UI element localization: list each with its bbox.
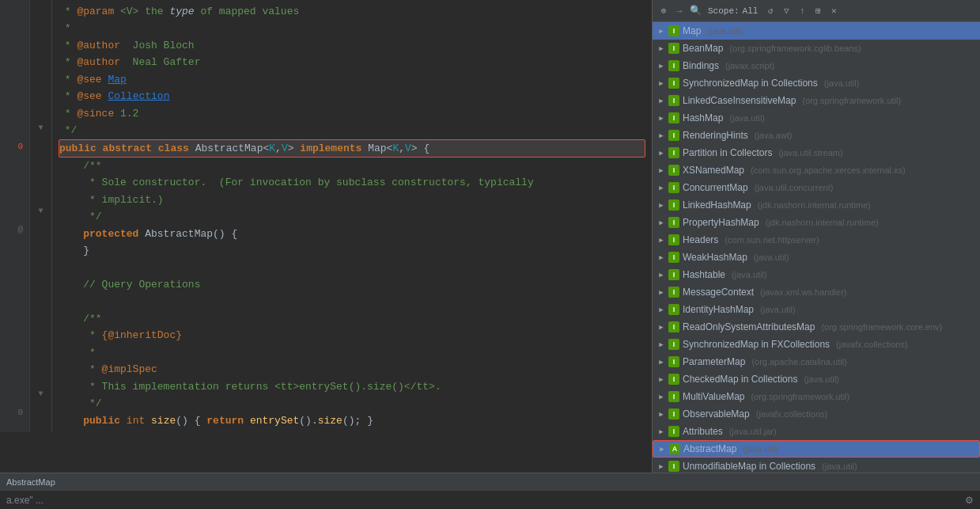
line-numbers: 0 @ 0 [0,0,30,432]
expand-arrow[interactable]: ▶ [657,271,665,279]
expand-arrow[interactable]: ▶ [657,44,665,52]
item-name: Headers [683,234,718,245]
toolbar-btn-2[interactable]: → [673,5,686,17]
list-item-renderinghints[interactable]: ▶ I RenderingHints (java.awt) [653,127,980,144]
list-item-abstractmap[interactable]: ▶ A AbstractMap (java.util) [653,440,980,458]
toolbar-icon[interactable]: 🔍 [689,5,702,17]
expand-arrow[interactable]: ▶ [657,427,665,435]
class-icon: I [668,408,679,420]
class-icon: I [668,234,679,245]
list-item-headers[interactable]: ▶ I Headers (com.sun.net.httpserver) [653,231,980,249]
class-icon: I [668,165,679,176]
list-item-partition[interactable]: ▶ I Partition in Collectors (java.util.s… [653,144,980,161]
item-package: (javafx.collections) [756,409,827,419]
code-line [59,293,645,310]
code-line: */ [59,122,645,139]
code-line: /** [59,310,645,327]
item-package: (org.springframework.util) [802,96,901,105]
item-name: LinkedHashMap [683,199,751,211]
item-package: (java.util) [804,374,839,384]
class-icon: I [668,356,679,367]
expand-arrow[interactable]: ▶ [657,253,665,261]
list-item-map[interactable]: ▶ I Map (java.util) [653,22,980,40]
expand-arrow[interactable]: ▶ [657,393,665,401]
list-item-unmodifiable[interactable]: ▶ I UnmodifiableMap in Collections (java… [653,458,980,473]
list-item-checkedmap[interactable]: ▶ I CheckedMap in Collections (java.util… [653,370,980,388]
list-item-observablemap[interactable]: ▶ I ObservableMap (javafx.collections) [653,405,980,423]
type-hierarchy-list[interactable]: ▶ I Map (java.util) ▶ I BeanMap (org.spr… [653,22,980,473]
expand-arrow[interactable]: ▶ [657,410,665,418]
class-icon: I [668,199,679,211]
toolbar-expand[interactable]: ⊞ [812,5,824,17]
expand-arrow[interactable]: ▶ [657,288,665,296]
list-item-xsnamedmap[interactable]: ▶ I XSNamedMap (com.sun.org.apache.xerce… [653,161,980,179]
expand-arrow[interactable]: ▶ [657,358,665,366]
expand-arrow[interactable]: ▶ [657,114,665,122]
list-item-weakhashmap[interactable]: ▶ I WeakHashMap (java.util) [653,249,980,266]
code-line: * [59,20,645,36]
item-name: AbstractMap [683,443,736,454]
item-name: BeanMap [683,43,723,54]
list-item-beanmap[interactable]: ▶ I BeanMap (org.springframework.cglib.b… [653,40,980,57]
expand-arrow[interactable]: ▶ [657,323,665,331]
code-line: * implicit.) [59,192,645,208]
item-name: MessageContext [683,287,754,298]
list-item-hashmap[interactable]: ▶ I HashMap (java.util) [653,109,980,127]
code-editor: 0 @ 0 [0,0,652,473]
expand-arrow[interactable]: ▶ [657,166,665,174]
expand-arrow[interactable]: ▶ [657,306,665,313]
expand-arrow[interactable]: ▶ [657,236,665,244]
list-item-identityhashmap[interactable]: ▶ I IdentityHashMap (java.util) [653,301,980,318]
expand-arrow[interactable]: ▶ [657,97,665,104]
item-name: ObservableMap [683,408,750,420]
item-package: (org.apache.catalina.util) [751,357,846,367]
toolbar-refresh[interactable]: ↺ [764,5,777,17]
list-item-parametermap[interactable]: ▶ I ParameterMap (org.apache.catalina.ut… [653,353,980,370]
list-item-hashtable[interactable]: ▶ I Hashtable (java.util) [653,266,980,283]
expand-arrow[interactable]: ▶ [657,149,665,157]
list-item-concurrentmap[interactable]: ▶ I ConcurrentMap (java.util.concurrent) [653,179,980,196]
expand-arrow[interactable]: ▶ [657,375,665,383]
scope-label: Scope: [708,6,740,16]
gear-icon[interactable]: ⚙ [965,495,974,506]
item-package: (javafx.collections) [836,340,907,349]
class-declaration-line: public abstract class AbstractMap<K,V> i… [59,139,645,158]
expand-arrow[interactable]: ▶ [658,445,666,453]
list-item-linked-case[interactable]: ▶ I LinkedCaseInsensitiveMap (org.spring… [653,92,980,109]
expand-arrow[interactable]: ▶ [657,79,665,87]
class-icon: I [668,217,679,228]
expand-arrow[interactable]: ▶ [657,462,665,470]
item-package: (java.util.stream) [778,148,842,158]
toolbar-btn-1[interactable]: ⊕ [657,5,670,17]
class-icon: I [668,95,679,106]
class-icon: I [668,182,679,193]
list-item-multivaluemap[interactable]: ▶ I MultiValueMap (org.springframework.u… [653,388,980,405]
list-item-synchronizedmap[interactable]: ▶ I SynchronizedMap in Collections (java… [653,74,980,92]
toolbar-up[interactable]: ↑ [796,5,808,17]
toolbar-close[interactable]: ✕ [827,5,840,17]
item-package: (javax.script) [725,61,774,70]
item-name: IdentityHashMap [683,304,754,315]
list-item-bindings[interactable]: ▶ I Bindings (javax.script) [653,57,980,74]
list-item-attributes[interactable]: ▶ I Attributes (java.util.jar) [653,423,980,440]
toolbar-filter[interactable]: ▽ [780,5,793,17]
list-item-synced-fx[interactable]: ▶ I SynchronizedMap in FXCollections (ja… [653,336,980,353]
expand-arrow[interactable]: ▶ [657,27,665,35]
code-line: public int size() { return entrySet().si… [59,412,645,429]
list-item-propertyhashmap[interactable]: ▶ I PropertyHashMap (jdk.nashorn.interna… [653,214,980,231]
expand-arrow[interactable]: ▶ [657,218,665,226]
item-package: (org.springframework.core.env) [821,322,942,332]
class-icon: I [668,426,679,437]
list-item-linkedhashmap[interactable]: ▶ I LinkedHashMap (jdk.nashorn.internal.… [653,196,980,214]
expand-arrow[interactable]: ▶ [657,62,665,70]
class-icon: I [668,391,679,402]
expand-arrow[interactable]: ▶ [657,201,665,209]
item-package: (java.util) [743,444,778,454]
scope-value: All [743,6,759,16]
list-item-readonly-map[interactable]: ▶ I ReadOnlySystemAttributesMap (org.spr… [653,318,980,336]
expand-arrow[interactable]: ▶ [657,184,665,192]
item-package: (javax.xml.ws.handler) [760,287,846,297]
list-item-messagecontext[interactable]: ▶ I MessageContext (javax.xml.ws.handler… [653,283,980,301]
expand-arrow[interactable]: ▶ [657,340,665,348]
expand-arrow[interactable]: ▶ [657,131,665,139]
